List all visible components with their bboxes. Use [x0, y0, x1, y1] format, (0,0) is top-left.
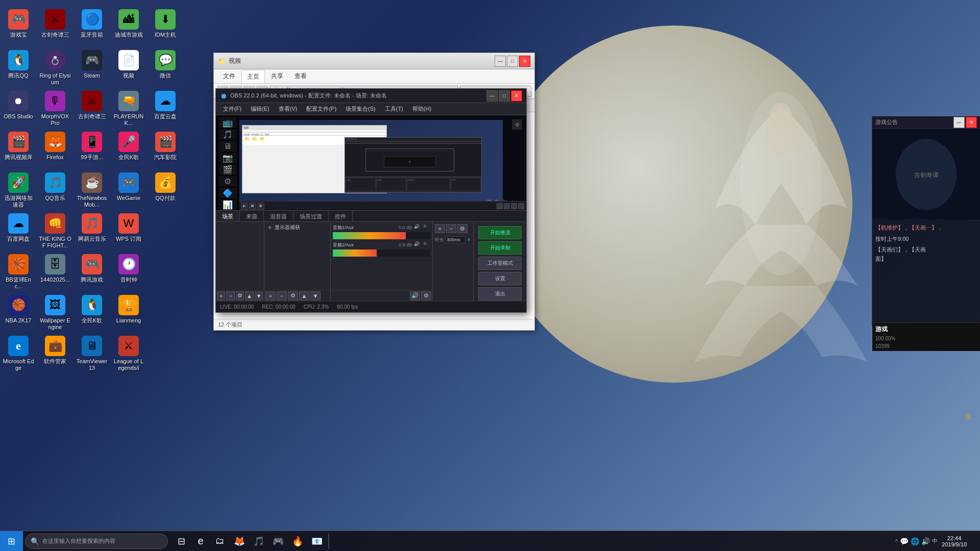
fe-tab-share[interactable]: 共享 — [266, 70, 288, 83]
fe-maximize-btn[interactable]: □ — [507, 56, 518, 67]
obs-duration-input[interactable]: 300ms — [445, 236, 465, 243]
taskbar-music[interactable]: 🎵 — [250, 531, 268, 552]
obs-start-stream-btn[interactable]: 开始推流 — [478, 226, 522, 239]
icon-ringofely[interactable]: 💍 Ring of Elysium — [37, 46, 74, 87]
icon-baiduyun[interactable]: ☁ 百度云盘 — [147, 87, 184, 128]
obs-mixer-settings[interactable]: ⚙ — [421, 291, 431, 300]
icon-m108doc[interactable]: 📄 视频 — [110, 46, 147, 87]
icon-lianmeng[interactable]: 🏆 Lianmeng — [110, 291, 147, 332]
icon-lolbattle[interactable]: ⚔ League of Legends/i — [110, 332, 147, 372]
obs-layout-btn-2[interactable] — [504, 203, 510, 209]
obs-source-add-btn[interactable]: + — [265, 291, 276, 300]
taskbar-icon-8[interactable]: 📧 — [308, 531, 326, 552]
obs-scene-down-btn[interactable]: ▼ — [255, 291, 263, 300]
obs-menu-help[interactable]: 帮助(H) — [408, 104, 435, 114]
icon-qqsinger[interactable]: 🎤 全民K歌 — [110, 128, 147, 168]
icon-thekingof[interactable]: 👊 THE KING OF FIGHT... — [37, 209, 74, 250]
obs-exit-btn[interactable]: 退出 — [478, 287, 522, 300]
systray-expand[interactable]: ^ — [895, 538, 898, 544]
icon-morph[interactable]: 🎙 MorphVOX Pro — [37, 87, 74, 128]
obs-transition-settings-btn[interactable]: ⚙ — [457, 224, 468, 233]
obs-panel-header-mixer[interactable]: 混音器 — [264, 211, 293, 221]
icon-wallpaper[interactable]: 🖼 Wallpaper Engine — [37, 291, 74, 332]
obs-menu-file[interactable]: 文件(F) — [219, 104, 246, 114]
icon-firefox[interactable]: 🦊 Firefox — [37, 128, 74, 168]
icon-sdzhishu[interactable]: 💼 软件管家 — [37, 332, 74, 372]
icon-obs[interactable]: ⏺ OBS Studio — [0, 87, 37, 128]
icon-edge[interactable]: 🚀 迅游网络加速器 — [0, 168, 37, 209]
obs-layout-btn-3[interactable] — [511, 203, 517, 209]
icon-thenewbosmob[interactable]: ☕ TheNewbosMob... — [74, 168, 110, 209]
icon-qqgame[interactable]: 🎮 腾讯游戏 — [74, 250, 110, 291]
obs-menu-tools[interactable]: 工具(T) — [381, 104, 407, 114]
icon-bofang[interactable]: 🎬 腾讯视频库 — [0, 128, 37, 168]
obs-source-settings-btn[interactable]: ⚙ — [288, 291, 298, 300]
taskbar-task-view[interactable]: ⊟ — [172, 531, 190, 552]
obs-source-remove-btn[interactable]: − — [277, 291, 287, 300]
taskbar-datetime[interactable]: 22:44 2019/9/10 — [942, 535, 967, 547]
fe-titlebar[interactable]: 📁 视频 — □ ✕ — [214, 53, 534, 69]
icon-edge2[interactable]: e Microsoft Edge — [0, 332, 37, 372]
icon-wechat2[interactable]: 💬 微信 — [147, 46, 184, 87]
obs-titlebar[interactable]: ⏺ OBS 22.0.2 (64-bit, windows) - 配置文件: 未… — [216, 89, 526, 103]
obs-stop-btn[interactable]: ⏹ — [249, 203, 256, 210]
obs-source-item-1[interactable]: 👁 显示器捕获 — [265, 223, 329, 232]
taskbar-icon-6[interactable]: 🎮 — [269, 531, 287, 552]
obs-close-btn[interactable]: ✕ — [511, 90, 522, 102]
icon-nba2k17[interactable]: 🏀 NBA 2K17 — [0, 291, 37, 332]
obs-layout-btn-1[interactable] — [497, 203, 503, 209]
obs-settings-btn[interactable]: 设置 — [478, 272, 522, 285]
icon-idm[interactable]: ⬇ IDM主机 — [147, 5, 184, 46]
icon-wegame[interactable]: 🎮 WeGame — [110, 168, 147, 209]
icon-qqmsg2[interactable]: 🐧 全民K歌 — [74, 291, 110, 332]
right-panel-minimize[interactable]: — — [953, 117, 965, 128]
icon-14402025[interactable]: 🗄 14402025... — [37, 250, 74, 291]
obs-track1-volume-icon[interactable]: 🔊 — [414, 224, 421, 231]
icon-qqpay[interactable]: 💰 QQ付款 — [147, 168, 184, 209]
icon-steam[interactable]: 🎮 Steam — [74, 46, 110, 87]
icon-gujianjsc2[interactable]: ⚔ 古剑奇谭三 — [74, 87, 110, 128]
icon-gujiansword[interactable]: ⚔ 古剑奇谭三 — [37, 5, 74, 46]
obs-menu-sceneset[interactable]: 场景集合(S) — [341, 104, 380, 114]
obs-track2-settings-icon[interactable]: ⚙ — [423, 241, 430, 248]
icon-qqmusic[interactable]: 🎵 QQ音乐 — [37, 168, 74, 209]
obs-menu-profile[interactable]: 配置文件(P) — [302, 104, 340, 114]
icon-dchengshi[interactable]: 🏙 迪城市游戏 — [110, 5, 147, 46]
obs-play-btn[interactable]: ▶ — [241, 203, 248, 210]
fe-tab-home[interactable]: 主页 — [241, 70, 265, 83]
icon-wpssub[interactable]: W WPS 订阅 — [110, 209, 147, 250]
icon-99mobile[interactable]: 📱 99手游... — [74, 128, 110, 168]
obs-studio-mode-btn[interactable]: 工作室模式 — [478, 257, 522, 270]
obs-mixer-vol-down[interactable]: 🔊 — [410, 291, 420, 300]
obs-transition-add-btn[interactable]: + — [435, 224, 445, 233]
icon-youshijin[interactable]: 🕐 音时钟 — [110, 250, 147, 291]
systray-volume[interactable]: 🔊 — [921, 537, 930, 545]
obs-menu-view[interactable]: 查看(V) — [275, 104, 302, 114]
obs-scene-settings-btn[interactable]: ⚙ — [236, 291, 244, 300]
taskbar-edge[interactable]: e — [191, 531, 210, 552]
icon-wangyi[interactable]: 🎵 网易云音乐 — [74, 209, 110, 250]
obs-scene-remove-btn[interactable]: − — [226, 291, 234, 300]
fe-close-btn[interactable]: ✕ — [519, 56, 530, 67]
fe-tab-view[interactable]: 查看 — [289, 70, 312, 83]
taskbar-file-explorer[interactable]: 🗂 — [211, 531, 229, 552]
obs-panel-header-scenes[interactable]: 场景 — [216, 211, 240, 221]
icon-bbnba[interactable]: 🏀 BB篮球Enc... — [0, 250, 37, 291]
systray-network[interactable]: 🌐 — [911, 537, 919, 545]
obs-panel-header-sources[interactable]: 来源 — [240, 211, 264, 221]
obs-scene-up-btn[interactable]: ▲ — [245, 291, 253, 300]
obs-layout-btn-4[interactable] — [518, 203, 524, 209]
taskbar-search-box[interactable]: 🔍 在这里输入你想要搜索的内容 — [25, 534, 168, 549]
obs-source-up-btn[interactable]: ▲ — [299, 291, 309, 300]
obs-start-record-btn[interactable]: 开始录制 — [478, 241, 522, 255]
start-button[interactable]: ⊞ — [0, 531, 23, 552]
taskbar-icon-7[interactable]: 🔥 — [288, 531, 307, 552]
taskbar-browser[interactable]: 🦊 — [230, 531, 249, 552]
obs-transition-remove-btn[interactable]: − — [446, 224, 456, 233]
obs-menu-edit[interactable]: 编辑(E) — [247, 104, 274, 114]
show-desktop-btn[interactable] — [973, 531, 976, 552]
obs-maximize-btn[interactable]: □ — [499, 90, 510, 102]
systray-ime[interactable]: 中 — [932, 537, 938, 545]
icon-playerunk[interactable]: 🔫 PLAYERUNK... — [110, 87, 147, 128]
obs-record-btn[interactable]: ⏺ — [257, 203, 264, 210]
